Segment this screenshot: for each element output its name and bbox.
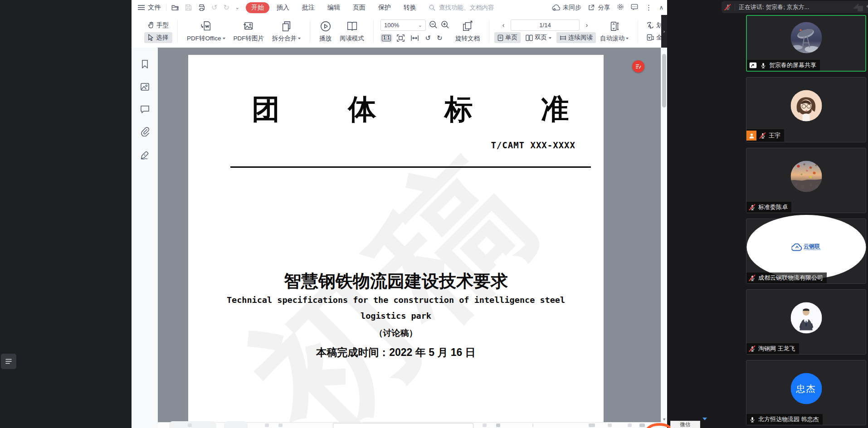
participant-name: 贺宗春的屏幕共享 <box>769 61 816 69</box>
mic-muted-icon <box>759 132 766 139</box>
zoom-level-select[interactable]: 100% ⌄ <box>380 19 426 31</box>
bottom-tab[interactable] <box>169 421 216 428</box>
undo-button[interactable]: ↺ <box>211 4 217 11</box>
search-icon <box>429 5 435 11</box>
actual-size-label: 1:1 <box>382 35 391 41</box>
tab-insert[interactable]: 插入 <box>271 2 295 13</box>
draft-note: （讨论稿） <box>188 327 604 339</box>
play-button[interactable]: 播放 <box>315 20 336 43</box>
images-panel-button[interactable] <box>140 83 150 93</box>
more-menu-button[interactable]: ⋮ <box>645 4 652 11</box>
feedback-button[interactable] <box>631 4 638 12</box>
previous-page-button[interactable]: ‹ <box>499 21 507 29</box>
tab-edit[interactable]: 编辑 <box>322 2 346 13</box>
taskbar-caret-icon[interactable] <box>702 418 707 423</box>
rotate-right-button[interactable]: ↻ <box>435 33 444 43</box>
bookmarks-panel-button[interactable] <box>141 59 149 71</box>
scrollbar-thumb[interactable] <box>662 54 666 107</box>
tab-annotate[interactable]: 批注 <box>297 2 320 13</box>
header-char: 团 <box>252 90 280 128</box>
participant-tile[interactable]: 贺宗春的屏幕共享 <box>746 15 866 72</box>
rotate-document-button[interactable]: 旋转文档 <box>451 20 484 43</box>
avatar: 忠杰 <box>790 373 822 404</box>
document-viewport[interactable]: 初稿 团 体 标 准 T/CAMT XXX-XXXX 智慧钢铁物流园建设技术要求… <box>158 48 661 428</box>
rotate-left-button[interactable]: ↺ <box>424 33 432 43</box>
fit-page-button[interactable] <box>395 34 406 43</box>
zoom-in-button[interactable] <box>441 20 449 30</box>
continuous-reading-button[interactable]: 连续阅读 <box>556 32 596 43</box>
bottom-icon[interactable] <box>628 423 632 427</box>
bottom-icon[interactable] <box>639 423 645 427</box>
completion-date: 本稿完成时间：2022 年 5 月 16 日 <box>188 345 604 360</box>
tab-protect[interactable]: 保护 <box>373 2 396 13</box>
standard-number: T/CAMT XXX-XXXX <box>491 140 575 150</box>
pdf-to-office-label: PDF转Office <box>187 34 221 43</box>
scroll-down-arrow[interactable]: ▾ <box>661 417 667 422</box>
select-tool-button[interactable]: 选择 <box>144 32 172 43</box>
toolbar-expand-button[interactable]: › <box>661 15 667 48</box>
participant-name: 淘钢网 王龙飞 <box>758 345 795 353</box>
quickbar-dropdown-icon[interactable]: ⌄ <box>235 5 239 10</box>
bottom-icon[interactable] <box>265 423 269 427</box>
zoom-in-icon <box>441 20 449 29</box>
open-file-button[interactable] <box>171 4 179 11</box>
pdf-to-image-button[interactable]: PDF转图片 <box>229 20 268 43</box>
next-page-button[interactable]: › <box>583 21 591 29</box>
redo-button[interactable]: ↻ <box>223 4 229 11</box>
actual-size-button[interactable]: 1:1 <box>380 34 392 42</box>
header-char: 标 <box>444 90 473 128</box>
signature-panel-button[interactable] <box>140 150 150 161</box>
zoom-out-button[interactable] <box>429 20 438 30</box>
outline-toggle-button[interactable] <box>1 354 16 369</box>
cloud-sync-icon <box>552 5 561 11</box>
play-label: 播放 <box>319 34 332 43</box>
collapse-toolbar-button[interactable]: ∧ <box>659 4 663 11</box>
single-page-button[interactable]: 单页 <box>494 32 521 43</box>
bottom-icon[interactable] <box>608 423 612 427</box>
print-button[interactable] <box>198 4 205 11</box>
bottom-icon[interactable] <box>483 423 487 427</box>
share-button[interactable] <box>588 4 595 11</box>
attachments-panel-button[interactable] <box>140 127 150 138</box>
participant-tile[interactable]: 忠杰 北方恒达物流园 韩忠杰 <box>746 360 866 425</box>
auto-scroll-button[interactable]: 自动滚动 <box>596 20 633 43</box>
bottom-input[interactable] <box>333 423 473 428</box>
participant-tile[interactable]: 标准委陈卓 <box>746 148 866 213</box>
bottom-icon[interactable] <box>496 423 500 427</box>
tab-page[interactable]: 页面 <box>347 2 371 13</box>
split-merge-button[interactable]: 拆分合并 <box>268 20 305 43</box>
document-scrollbar[interactable]: ▾ <box>661 48 667 428</box>
hand-tool-button[interactable]: 手型 <box>144 20 172 31</box>
file-menu-button[interactable]: 文件 <box>138 3 161 12</box>
bookmark-icon <box>141 59 149 69</box>
participant-tile[interactable]: 王宇 <box>746 77 866 142</box>
book-icon <box>346 20 358 32</box>
bottom-icon[interactable] <box>188 423 192 427</box>
participant-tile[interactable]: 云钢联 YUNGANGLIAN 成都云钢联物流有限公司 <box>746 219 866 284</box>
two-page-button[interactable]: 双页 <box>522 32 555 43</box>
sync-status-button[interactable]: 未同步 <box>552 4 581 12</box>
avatar <box>790 302 822 334</box>
search-input[interactable] <box>438 4 508 11</box>
share-label[interactable]: 分享 <box>598 4 610 12</box>
reading-mode-button[interactable]: 阅读模式 <box>336 20 368 43</box>
muted-mic-icon <box>724 4 731 11</box>
tab-convert[interactable]: 转换 <box>398 2 422 13</box>
comments-panel-button[interactable] <box>140 105 150 115</box>
bottom-icon[interactable] <box>278 423 283 427</box>
speaking-status-bar[interactable]: 正在讲话: 贺宗春; 京东方... <box>722 1 868 13</box>
floating-red-badge-button[interactable] <box>632 60 644 73</box>
search-box[interactable] <box>429 4 508 11</box>
page-number-input[interactable]: 1/14 <box>511 19 580 31</box>
zoom-level-value: 100% <box>384 22 399 29</box>
pdf-to-office-button[interactable]: PDF转Office <box>183 20 229 43</box>
bottom-tab[interactable] <box>224 421 248 428</box>
save-button[interactable] <box>185 4 192 11</box>
tab-home[interactable]: 开始 <box>246 2 269 13</box>
participant-tile[interactable]: 淘钢网 王龙飞 <box>746 289 866 355</box>
bottom-icon[interactable] <box>589 423 595 427</box>
full-text-translate-icon <box>647 34 654 41</box>
fit-width-button[interactable] <box>409 34 420 42</box>
outline-list-icon <box>5 357 13 365</box>
settings-button[interactable] <box>617 3 624 12</box>
